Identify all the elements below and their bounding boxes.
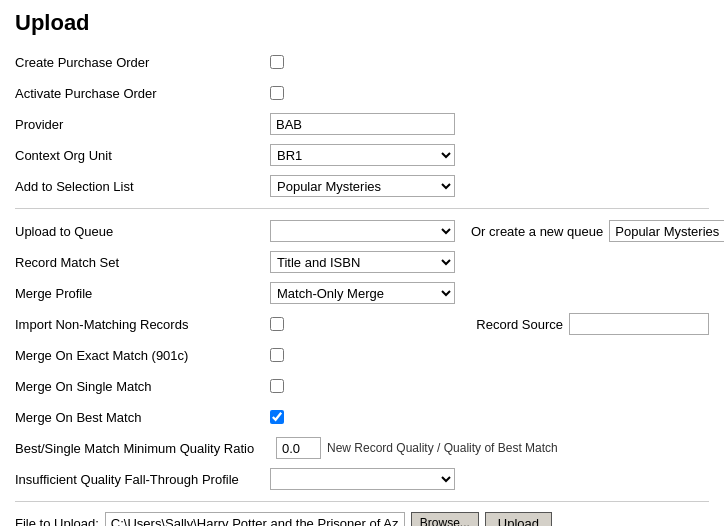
new-queue-input[interactable]	[609, 220, 724, 242]
upload-queue-row: Upload to Queue Queue 1 Queue 2 Or creat…	[15, 219, 709, 243]
merge-profile-select[interactable]: Match-Only Merge Full Merge No Merge	[270, 282, 455, 304]
file-path-input[interactable]	[105, 512, 405, 526]
activate-purchase-order-label: Activate Purchase Order	[15, 86, 270, 101]
merge-single-label: Merge On Single Match	[15, 379, 270, 394]
activate-purchase-order-checkbox[interactable]	[270, 86, 284, 100]
upload-form: Create Purchase Order Activate Purchase …	[15, 50, 709, 526]
context-org-unit-wrap: BR1 SYS1 SYS2	[270, 144, 455, 166]
import-non-matching-label: Import Non-Matching Records	[15, 317, 270, 332]
upload-queue-select[interactable]: Queue 1 Queue 2	[270, 220, 455, 242]
upload-queue-controls: Queue 1 Queue 2 Or create a new queue	[270, 220, 724, 242]
add-selection-list-label: Add to Selection List	[15, 179, 270, 194]
merge-best-label: Merge On Best Match	[15, 410, 270, 425]
provider-row: Provider	[15, 112, 709, 136]
file-to-upload-label: File to Upload:	[15, 516, 99, 527]
merge-best-row: Merge On Best Match	[15, 405, 709, 429]
fallthrough-select[interactable]: Option 1 Option 2	[270, 468, 455, 490]
new-queue-label: Or create a new queue	[471, 224, 603, 239]
context-org-unit-select[interactable]: BR1 SYS1 SYS2	[270, 144, 455, 166]
merge-profile-wrap: Match-Only Merge Full Merge No Merge	[270, 282, 455, 304]
add-selection-list-row: Add to Selection List Popular Mysteries …	[15, 174, 709, 198]
activate-purchase-order-row: Activate Purchase Order	[15, 81, 709, 105]
merge-single-wrap	[270, 379, 284, 393]
quality-ratio-row: Best/Single Match Minimum Quality Ratio …	[15, 436, 709, 460]
merge-exact-wrap	[270, 348, 284, 362]
provider-input[interactable]	[270, 113, 455, 135]
record-match-set-select[interactable]: Title and ISBN Title Only ISBN Only	[270, 251, 455, 273]
context-org-unit-row: Context Org Unit BR1 SYS1 SYS2	[15, 143, 709, 167]
merge-exact-checkbox[interactable]	[270, 348, 284, 362]
create-purchase-order-wrap	[270, 55, 284, 69]
create-purchase-order-row: Create Purchase Order	[15, 50, 709, 74]
merge-profile-label: Merge Profile	[15, 286, 270, 301]
provider-label: Provider	[15, 117, 270, 132]
record-source-input[interactable]	[569, 313, 709, 335]
record-match-set-label: Record Match Set	[15, 255, 270, 270]
upload-queue-label: Upload to Queue	[15, 224, 270, 239]
import-non-matching-checkbox[interactable]	[270, 317, 284, 331]
quality-note: New Record Quality / Quality of Best Mat…	[327, 441, 558, 455]
merge-single-checkbox[interactable]	[270, 379, 284, 393]
merge-best-checkbox[interactable]	[270, 410, 284, 424]
browse-button[interactable]: Browse...	[411, 512, 479, 526]
create-purchase-order-label: Create Purchase Order	[15, 55, 270, 70]
add-selection-list-select[interactable]: Popular Mysteries New Arrivals Fiction	[270, 175, 455, 197]
merge-exact-label: Merge On Exact Match (901c)	[15, 348, 270, 363]
record-match-set-row: Record Match Set Title and ISBN Title On…	[15, 250, 709, 274]
file-upload-row: File to Upload: Browse... Upload	[15, 512, 709, 526]
insufficient-quality-wrap: Option 1 Option 2	[270, 468, 455, 490]
merge-best-wrap	[270, 410, 284, 424]
upload-button[interactable]: Upload	[485, 512, 552, 526]
merge-exact-row: Merge On Exact Match (901c)	[15, 343, 709, 367]
merge-single-row: Merge On Single Match	[15, 374, 709, 398]
create-purchase-order-checkbox[interactable]	[270, 55, 284, 69]
add-selection-list-wrap: Popular Mysteries New Arrivals Fiction	[270, 175, 455, 197]
best-single-match-label: Best/Single Match Minimum Quality Ratio	[15, 441, 270, 456]
import-non-matching-row: Import Non-Matching Records Record Sourc…	[15, 312, 709, 336]
page-title: Upload	[15, 10, 709, 36]
quality-ratio-input[interactable]	[276, 437, 321, 459]
activate-purchase-order-wrap	[270, 86, 284, 100]
section-divider-1	[15, 208, 709, 209]
context-org-unit-label: Context Org Unit	[15, 148, 270, 163]
record-source-label: Record Source	[476, 317, 563, 332]
insufficient-quality-row: Insufficient Quality Fall-Through Profil…	[15, 467, 709, 491]
insufficient-quality-label: Insufficient Quality Fall-Through Profil…	[15, 472, 270, 487]
record-source-section: Record Source	[476, 313, 709, 335]
record-match-set-wrap: Title and ISBN Title Only ISBN Only	[270, 251, 455, 273]
section-divider-2	[15, 501, 709, 502]
import-non-matching-wrap	[270, 317, 284, 331]
provider-wrap	[270, 113, 455, 135]
merge-profile-row: Merge Profile Match-Only Merge Full Merg…	[15, 281, 709, 305]
